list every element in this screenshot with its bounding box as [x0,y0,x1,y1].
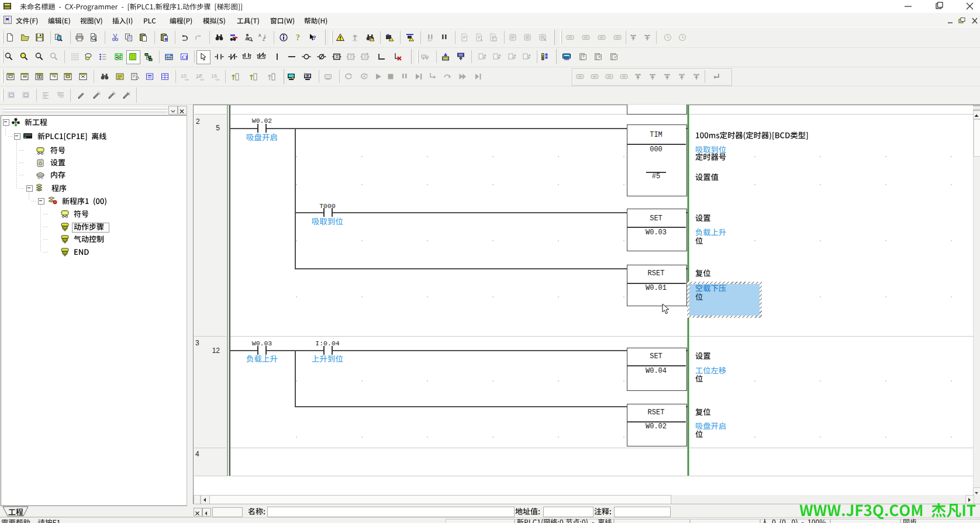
svg-text:?: ? [313,34,316,41]
svg-text:?: ? [296,33,300,42]
svg-text:rom: rom [353,39,357,42]
svg-text:CI: CI [182,54,188,60]
svg-text:rom: rom [215,78,219,81]
svg-text:SMA: SMA [166,54,171,57]
svg-text:A: A [258,33,261,37]
svg-text:rom: rom [200,78,204,81]
svg-text:rom: rom [427,39,432,42]
svg-text:rom: rom [185,78,189,81]
